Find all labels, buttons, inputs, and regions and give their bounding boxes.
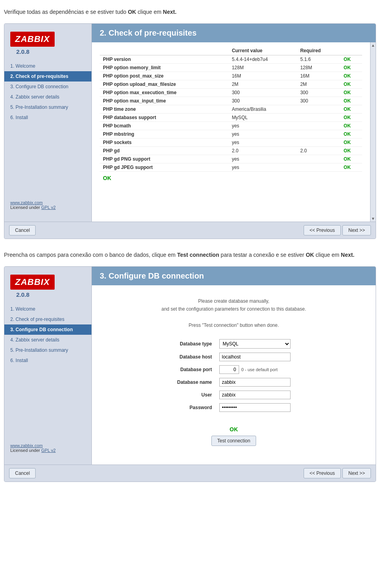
sidebar-item-prereq-1[interactable]: 2. Check of pre-requisites [4, 71, 91, 82]
prev-button-1[interactable]: << Previous [304, 225, 341, 235]
installer-panel-1: ZABBIX 2.0.8 1. Welcome 2. Check of pre-… [4, 23, 376, 239]
db-name-label: Database name [175, 376, 216, 388]
db-form-table: Database type MySQL Database host Databa… [174, 337, 293, 414]
db-user-label: User [175, 389, 216, 401]
zabbix-logo-2: ZABBIX [10, 275, 55, 290]
db-pass-input[interactable] [219, 403, 291, 412]
table-row: PHP version 5.4.4-14+deb7u4 5.1.6 OK [100, 55, 362, 64]
sidebar-item-dbconn-1[interactable]: 3. Configure DB connection [4, 82, 91, 92]
sidebar-item-preinstall-2[interactable]: 5. Pre-Installation summary [4, 345, 91, 355]
sidebar-item-zbxdetails-2[interactable]: 4. Zabbix server details [4, 335, 91, 345]
scroll-up-arrow-1[interactable]: ▲ [371, 43, 375, 47]
version-label-2: 2.0.8 [10, 290, 86, 302]
sidebar-nav-1: 1. Welcome 2. Check of pre-requisites 3.… [4, 61, 91, 196]
next-button-1[interactable]: Next >> [342, 225, 371, 235]
sidebar-site-link-1[interactable]: www.zabbix.com [10, 200, 43, 205]
zabbix-logo-1: ZABBIX [10, 32, 55, 47]
table-row: PHP option upload_max_filesize 2M 2M OK [100, 80, 362, 89]
sidebar-item-dbconn-2[interactable]: 3. Configure DB connection [4, 324, 91, 335]
intro-text-1: Verifique todas as dependências e se est… [4, 8, 376, 16]
db-type-label: Database type [175, 338, 216, 350]
table-row: PHP option max_input_time 300 300 OK [100, 97, 362, 105]
panel-footer-2: Cancel << Previous Next >> [4, 465, 376, 482]
next-button-2[interactable]: Next >> [342, 468, 371, 478]
content-body-1: Current value Required PHP version 5.4.4… [92, 42, 370, 222]
prereq-table: Current value Required PHP version 5.4.4… [100, 46, 362, 172]
sidebar-item-install-2[interactable]: 6. Install [4, 355, 91, 366]
db-port-hint: 0 - use default port [241, 367, 278, 372]
db-type-select[interactable]: MySQL [219, 339, 291, 349]
table-row: PHP bcmath yes OK [100, 122, 362, 130]
table-row: PHP gd JPEG support yes OK [100, 163, 362, 172]
table-row: PHP sockets yes OK [100, 138, 362, 147]
sidebar-license-link-1[interactable]: GPL v2 [41, 205, 55, 210]
scrollbar-1[interactable]: ▲ ▼ [370, 42, 376, 222]
table-row: PHP time zone America/Brasilia OK [100, 105, 362, 114]
table-row: PHP option memory_limit 128M 128M OK [100, 64, 362, 72]
db-port-input[interactable] [219, 365, 239, 374]
logo-area-1: ZABBIX 2.0.8 [4, 28, 91, 61]
version-label-1: 2.0.8 [10, 47, 86, 59]
content-header-1: 2. Check of pre-requisites [92, 24, 376, 42]
sidebar-item-zbxdetails-1[interactable]: 4. Zabbix server details [4, 92, 91, 102]
cancel-button-2[interactable]: Cancel [9, 468, 36, 478]
logo-area-2: ZABBIX 2.0.8 [4, 271, 91, 304]
nav-buttons-1: << Previous Next >> [304, 225, 371, 235]
db-user-input[interactable] [219, 391, 291, 399]
sidebar-item-prereq-2[interactable]: 2. Check of pre-requisites [4, 314, 91, 324]
test-connection-button[interactable]: Test connection [211, 436, 256, 446]
table-row: PHP option max_execution_time 300 300 OK [100, 89, 362, 97]
sidebar-item-welcome-1[interactable]: 1. Welcome [4, 61, 91, 71]
table-row: PHP gd PNG support yes OK [100, 155, 362, 163]
main-content-2: 3. Configure DB connection Please create… [91, 267, 376, 465]
table-row: PHP option post_max_size 16M 16M OK [100, 72, 362, 80]
intro-text-2: Preencha os campos para conexão com o ba… [4, 251, 376, 259]
cancel-button-1[interactable]: Cancel [9, 225, 36, 235]
db-connection-status: OK [100, 426, 368, 436]
table-row: PHP mbstring yes OK [100, 130, 362, 138]
sidebar-item-install-1[interactable]: 6. Install [4, 112, 91, 123]
installer-panel-2: ZABBIX 2.0.8 1. Welcome 2. Check of pre-… [4, 266, 376, 482]
db-host-label: Database host [175, 351, 216, 363]
table-row: PHP databases support MySQL OK [100, 114, 362, 122]
nav-buttons-2: << Previous Next >> [304, 468, 371, 478]
panel-footer-1: Cancel << Previous Next >> [4, 222, 376, 239]
db-port-label: Database port [175, 364, 216, 376]
sidebar-license-link-2[interactable]: GPL v2 [41, 448, 55, 453]
db-host-input[interactable] [219, 353, 291, 361]
sidebar-footer-2: www.zabbix.com Licensed under GPL v2 [4, 439, 91, 457]
overall-status-1: OK [100, 172, 362, 181]
sidebar-item-welcome-2[interactable]: 1. Welcome [4, 304, 91, 314]
prev-button-2[interactable]: << Previous [304, 468, 341, 478]
main-content-1: 2. Check of pre-requisites Current value… [91, 24, 376, 222]
db-pass-label: Password [175, 402, 216, 413]
sidebar-footer-1: www.zabbix.com Licensed under GPL v2 [4, 196, 91, 214]
sidebar-nav-2: 1. Welcome 2. Check of pre-requisites 3.… [4, 304, 91, 439]
db-name-input[interactable] [219, 378, 291, 387]
sidebar-2: ZABBIX 2.0.8 1. Welcome 2. Check of pre-… [4, 267, 91, 465]
sidebar-item-preinstall-1[interactable]: 5. Pre-Installation summary [4, 102, 91, 112]
scroll-down-arrow-1[interactable]: ▼ [371, 216, 375, 221]
db-intro: Please create database manually, and set… [100, 297, 368, 330]
sidebar-site-link-2[interactable]: www.zabbix.com [10, 443, 43, 448]
content-body-2: Please create database manually, and set… [92, 285, 376, 465]
sidebar-1: ZABBIX 2.0.8 1. Welcome 2. Check of pre-… [4, 24, 91, 222]
content-header-2: 3. Configure DB connection [92, 267, 376, 285]
table-row: PHP gd 2.0 2.0 OK [100, 147, 362, 155]
